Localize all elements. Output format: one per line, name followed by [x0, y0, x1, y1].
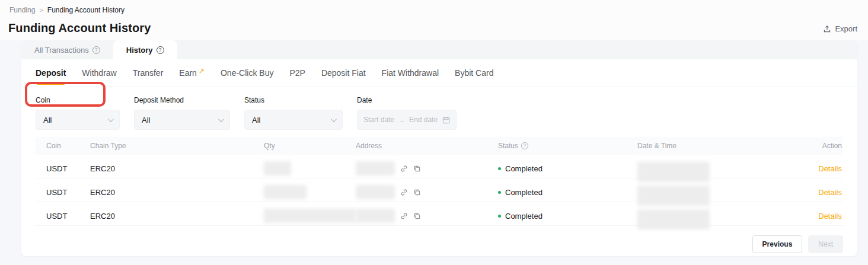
tab-history-label: History: [126, 46, 153, 55]
subtab-bybit-card[interactable]: Bybit Card: [455, 59, 493, 87]
help-icon[interactable]: ?: [157, 46, 164, 54]
subtab-one-click-buy[interactable]: One-Click Buy: [221, 59, 273, 87]
date-time-redacted: [637, 209, 710, 229]
subtab-fiat-withdrawal[interactable]: Fiat Withdrawal: [382, 59, 439, 87]
status-dot: [498, 167, 501, 170]
date-range-arrow-icon: →: [398, 116, 405, 123]
subtab-p2p-label: P2P: [289, 68, 305, 78]
deposit-method-select[interactable]: All: [134, 110, 230, 130]
next-button[interactable]: Next: [808, 235, 843, 253]
subtab-deposit-label: Deposit: [36, 68, 66, 78]
coin-select[interactable]: All: [36, 110, 120, 130]
link-icon[interactable]: [400, 189, 408, 196]
copy-icon[interactable]: [413, 212, 421, 220]
external-link-icon: ↗: [199, 67, 205, 75]
subtab-withdraw[interactable]: Withdraw: [82, 59, 116, 87]
page-header: Funding > Funding Account History Fundin…: [0, 0, 868, 40]
status-value: Completed: [505, 188, 542, 197]
subtab-earn-label: Earn: [179, 68, 197, 78]
status-dot: [498, 191, 501, 194]
col-qty: Qty: [264, 142, 356, 150]
subtab-deposit[interactable]: Deposit: [36, 59, 66, 87]
copy-icon[interactable]: [413, 165, 421, 173]
link-icon[interactable]: [400, 212, 408, 220]
details-link[interactable]: Details: [818, 212, 842, 221]
col-chain-type: Chain Type: [90, 142, 264, 150]
subtab-p2p[interactable]: P2P: [289, 59, 305, 87]
chain-type-value: ERC20: [90, 164, 264, 173]
calendar-icon[interactable]: [442, 116, 450, 124]
subtab-transfer-label: Transfer: [133, 68, 164, 78]
col-action: Action: [786, 142, 843, 150]
filter-coin: Coin All: [36, 96, 120, 130]
address-redacted: [356, 161, 395, 175]
chevron-down-icon: [218, 116, 224, 122]
subtab-deposit-fiat[interactable]: Deposit Fiat: [321, 59, 366, 87]
export-button[interactable]: Export: [823, 24, 857, 33]
col-status-label: Status: [498, 142, 518, 150]
status-help-icon[interactable]: ?: [521, 142, 528, 149]
breadcrumb-funding-link[interactable]: Funding: [9, 6, 35, 14]
filter-deposit-method: Deposit Method All: [134, 96, 230, 130]
subtab-deposit-fiat-label: Deposit Fiat: [321, 68, 366, 78]
link-icon[interactable]: [400, 165, 408, 173]
subtab-earn[interactable]: Earn ↗: [179, 59, 205, 87]
page-title: Funding Account History: [8, 21, 151, 35]
status-select-value: All: [252, 116, 260, 124]
address-redacted: [356, 185, 395, 199]
qty-redacted: [264, 185, 307, 199]
table-header-row: Coin Chain Type Qty Address Status ? Dat…: [36, 137, 843, 155]
date-range-input[interactable]: Start date → End date: [357, 110, 457, 130]
coin-value: USDT: [36, 164, 90, 173]
breadcrumb-separator: >: [39, 7, 43, 14]
status-value: Completed: [505, 164, 542, 173]
coin-select-value: All: [43, 116, 52, 124]
col-date-time: Date & Time: [637, 142, 786, 150]
col-status: Status ?: [498, 142, 637, 150]
previous-button[interactable]: Previous: [752, 235, 803, 253]
deposit-method-filter-label: Deposit Method: [134, 96, 230, 104]
subtab-transfer[interactable]: Transfer: [133, 59, 164, 87]
breadcrumb-current: Funding Account History: [47, 6, 125, 14]
tab-history[interactable]: History ?: [113, 40, 177, 59]
subtab-bybit-card-label: Bybit Card: [455, 68, 493, 78]
status-value: Completed: [505, 212, 542, 221]
status-select[interactable]: All: [244, 110, 343, 130]
tab-all-transactions[interactable]: All Transactions ?: [21, 40, 113, 59]
date-time-redacted: [637, 162, 710, 182]
export-label: Export: [835, 24, 857, 33]
filter-bar: Coin All Deposit Method All Status All D…: [21, 87, 857, 137]
breadcrumb: Funding > Funding Account History: [9, 6, 125, 14]
chain-type-value: ERC20: [90, 188, 264, 197]
details-link[interactable]: Details: [818, 164, 842, 173]
col-address: Address: [356, 142, 498, 150]
table-row: USDT ERC20 Completed: [36, 178, 843, 202]
subtab-withdraw-label: Withdraw: [82, 68, 116, 78]
subtab-one-click-buy-label: One-Click Buy: [221, 68, 273, 78]
subtab-fiat-withdrawal-label: Fiat Withdrawal: [382, 68, 439, 78]
start-date-placeholder[interactable]: Start date: [363, 116, 394, 124]
export-icon: [823, 25, 831, 33]
help-icon[interactable]: ?: [92, 46, 100, 54]
date-time-redacted: [637, 186, 710, 206]
filter-date: Date Start date → End date: [357, 96, 457, 130]
chevron-down-icon: [108, 116, 114, 122]
col-coin: Coin: [36, 142, 90, 150]
copy-icon[interactable]: [413, 189, 421, 196]
main-tabstrip: All Transactions ? History ?: [21, 40, 857, 59]
end-date-placeholder[interactable]: End date: [409, 116, 438, 124]
filter-status: Status All: [244, 96, 343, 130]
subtab-bar: Deposit Withdraw Transfer Earn ↗ One-Cli…: [21, 59, 857, 87]
coin-value: USDT: [36, 212, 90, 221]
date-filter-label: Date: [357, 96, 457, 104]
pagination: Previous Next: [21, 226, 857, 253]
history-table: Coin Chain Type Qty Address Status ? Dat…: [36, 137, 843, 226]
content-card: All Transactions ? History ? Deposit Wit…: [21, 40, 857, 256]
details-link[interactable]: Details: [818, 188, 842, 197]
status-filter-label: Status: [244, 96, 343, 104]
status-dot: [498, 215, 501, 218]
chevron-down-icon: [331, 116, 337, 122]
address-redacted: [356, 209, 395, 223]
coin-value: USDT: [36, 188, 90, 197]
qty-redacted: [264, 161, 291, 175]
